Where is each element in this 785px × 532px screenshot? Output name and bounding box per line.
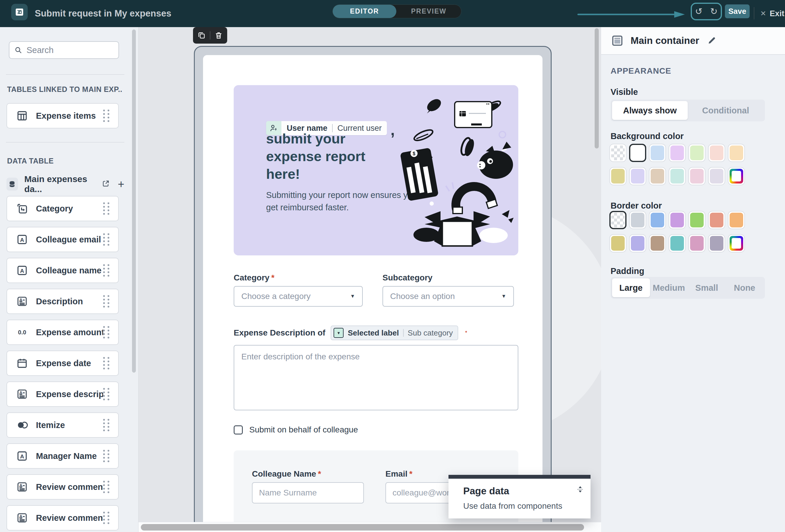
drag-handle-icon[interactable] bbox=[103, 264, 109, 276]
background-swatch-c8ddf4[interactable] bbox=[649, 144, 666, 162]
email-label: Email* bbox=[385, 469, 412, 479]
padding-small[interactable]: Small bbox=[688, 278, 726, 297]
field-item-review-comment[interactable]: AReview comment... bbox=[6, 505, 119, 531]
colleague-name-input[interactable]: Name Surname bbox=[252, 482, 364, 503]
field-label: Expense date bbox=[36, 358, 103, 368]
border-swatch-70c5c5[interactable] bbox=[668, 234, 686, 252]
edit-pencil-icon[interactable] bbox=[707, 36, 716, 45]
field-item-category[interactable]: Category bbox=[6, 196, 119, 221]
border-swatch-b5b0ea[interactable] bbox=[629, 234, 646, 252]
trash-icon[interactable] bbox=[214, 31, 223, 39]
background-swatch-daf0c5[interactable] bbox=[688, 144, 705, 162]
external-link-icon[interactable] bbox=[102, 180, 110, 188]
save-button[interactable]: Save bbox=[725, 4, 750, 18]
drag-handle-icon[interactable] bbox=[103, 388, 109, 400]
border-swatch-b69b85[interactable] bbox=[649, 234, 666, 252]
description-data-chip[interactable]: ▼ Selected label Sub category bbox=[331, 325, 458, 340]
field-item-expense-date[interactable]: Expense date bbox=[6, 350, 119, 376]
drag-handle-icon[interactable] bbox=[103, 419, 109, 431]
undo-icon[interactable]: ↺ bbox=[695, 7, 703, 16]
popover-title: Page data bbox=[463, 485, 509, 497]
field-item-review-comment[interactable]: AReview comment... bbox=[6, 474, 119, 500]
behalf-checkbox-row: Submit on behalf of colleague bbox=[234, 425, 358, 434]
background-swatch-ded592[interactable] bbox=[609, 167, 627, 185]
page-title: Submit request in My expenses bbox=[35, 0, 171, 27]
main-container-element[interactable]: User name Current user , submit your exp… bbox=[194, 46, 552, 532]
checkbox[interactable] bbox=[234, 425, 243, 434]
background-swatch-custom[interactable] bbox=[728, 167, 745, 185]
background-swatch-f9dfb7[interactable] bbox=[728, 144, 745, 162]
field-item-manager-name[interactable]: AManager Name bbox=[6, 443, 119, 469]
border-swatch-97d36a[interactable] bbox=[688, 211, 705, 229]
background-swatch-e6c9f5[interactable] bbox=[668, 144, 686, 162]
popover-subtitle: Use data from components bbox=[463, 501, 562, 511]
linked-table-expense-items[interactable]: Expense items bbox=[6, 103, 119, 128]
background-swatch-transparent[interactable] bbox=[609, 144, 627, 162]
background-swatch-c7e9e3[interactable] bbox=[668, 167, 686, 185]
sidebar-scrollbar[interactable] bbox=[132, 29, 136, 373]
border-swatch-c99ce2[interactable] bbox=[668, 211, 686, 229]
border-swatch-d7ca7e[interactable] bbox=[609, 234, 627, 252]
background-color-label: Background color bbox=[611, 131, 684, 141]
chip-selected-label: Selected label bbox=[348, 328, 399, 338]
drag-handle-icon[interactable] bbox=[103, 450, 109, 462]
background-swatch-eed0de[interactable] bbox=[688, 167, 705, 185]
drag-handle-icon[interactable] bbox=[103, 295, 109, 308]
padding-large[interactable]: Large bbox=[612, 278, 650, 297]
drag-handle-icon[interactable] bbox=[103, 110, 109, 122]
field-item-expense-descripti[interactable]: AExpense descripti... bbox=[6, 381, 119, 407]
canvas-vertical-scrollbar[interactable] bbox=[594, 28, 599, 149]
subcategory-placeholder: Choose an option bbox=[390, 292, 501, 301]
duplicate-icon[interactable] bbox=[197, 31, 206, 39]
field-item-colleague-email[interactable]: AColleague email bbox=[6, 227, 119, 252]
search-placeholder: Search bbox=[27, 45, 54, 55]
field-item-description[interactable]: ADescription bbox=[6, 289, 119, 314]
visible-always-show[interactable]: Always show bbox=[612, 101, 688, 120]
drag-handle-icon[interactable] bbox=[103, 233, 109, 246]
field-item-expense-amount[interactable]: 0.0Expense amount bbox=[6, 320, 119, 345]
field-item-itemize[interactable]: Itemize bbox=[6, 413, 119, 438]
background-swatch-e0dce9[interactable] bbox=[708, 167, 725, 185]
field-label: Review comment... bbox=[36, 513, 103, 523]
border-swatch-custom[interactable] bbox=[728, 234, 745, 252]
drag-handle-icon[interactable] bbox=[103, 326, 109, 339]
field-item-colleague-name[interactable]: AColleague name bbox=[6, 258, 119, 283]
border-swatch-f4b475[interactable] bbox=[728, 211, 745, 229]
canvas-horizontal-scrollbar[interactable] bbox=[141, 524, 584, 531]
tab-editor[interactable]: EDITOR bbox=[333, 5, 396, 18]
hero-banner[interactable]: User name Current user , submit your exp… bbox=[234, 85, 518, 256]
tab-preview[interactable]: PREVIEW bbox=[396, 5, 461, 18]
border-swatch-8fb7ec[interactable] bbox=[649, 211, 666, 229]
search-input[interactable]: Search bbox=[9, 41, 119, 59]
border-swatch-aaa4ba[interactable] bbox=[708, 234, 725, 252]
description-placeholder: Enter description of the expense bbox=[241, 352, 360, 361]
category-select[interactable]: Choose a category ▼ bbox=[234, 286, 363, 307]
border-swatch-e69a86[interactable] bbox=[708, 211, 725, 229]
drag-handle-icon[interactable] bbox=[103, 203, 109, 215]
description-textarea[interactable]: Enter description of the expense bbox=[234, 345, 518, 410]
field-label: Itemize bbox=[36, 420, 103, 430]
border-swatch-d69ec2[interactable] bbox=[688, 234, 705, 252]
visible-conditional[interactable]: Conditional bbox=[688, 101, 763, 120]
background-swatch-d8d3f5[interactable] bbox=[629, 167, 646, 185]
page-data-popover[interactable]: Page data Use data from components bbox=[449, 475, 590, 518]
exit-button[interactable]: ✕ Exit bbox=[760, 0, 784, 27]
date-field-icon bbox=[16, 357, 28, 369]
subcategory-select[interactable]: Choose an option ▼ bbox=[382, 286, 514, 307]
drag-handle-icon[interactable] bbox=[103, 357, 109, 369]
background-swatch-f8dcd5[interactable] bbox=[708, 144, 725, 162]
app-logo-icon bbox=[11, 4, 28, 20]
border-swatch-ccd2da[interactable] bbox=[629, 211, 646, 229]
visible-toggle: Always show Conditional bbox=[611, 100, 765, 122]
add-field-button[interactable]: + bbox=[118, 180, 124, 188]
padding-none[interactable]: None bbox=[726, 278, 764, 297]
border-swatch-transparent[interactable] bbox=[609, 211, 627, 229]
background-swatch-ffffff[interactable] bbox=[629, 144, 646, 162]
redo-icon[interactable]: ↻ bbox=[710, 7, 717, 16]
padding-medium[interactable]: Medium bbox=[650, 278, 688, 297]
data-table-row[interactable]: Main expenses da... + bbox=[6, 176, 124, 192]
drag-handle-icon[interactable] bbox=[103, 512, 109, 524]
background-swatch-dfcdb9[interactable] bbox=[649, 167, 666, 185]
drag-handle-icon[interactable] bbox=[103, 481, 109, 493]
category-placeholder: Choose a category bbox=[241, 292, 350, 301]
